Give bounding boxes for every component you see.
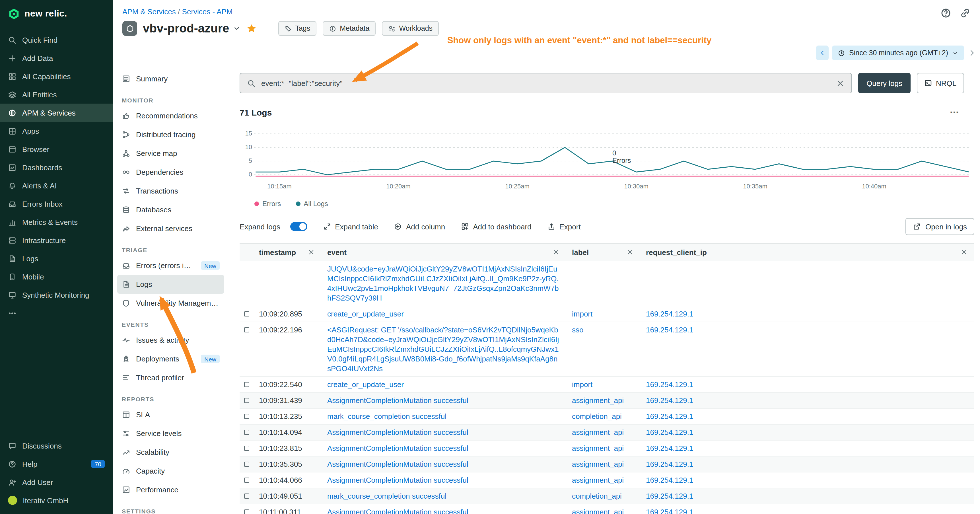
log-event-link[interactable]: mark_course_completion successful	[327, 412, 447, 421]
log-label-link[interactable]: assignment_api	[572, 444, 624, 452]
entity-nav-item-recommendations[interactable]: Recommendations	[117, 107, 224, 125]
legend-item-all-logs[interactable]: All Logs	[296, 200, 328, 208]
row-checkbox[interactable]	[244, 311, 249, 317]
clear-query-icon[interactable]	[836, 79, 845, 88]
row-checkbox[interactable]	[244, 477, 249, 483]
sidebar-more[interactable]	[0, 304, 113, 322]
sidebar-item-alerts-ai[interactable]: Alerts & AI	[0, 177, 113, 195]
sidebar-item-mobile[interactable]: Mobile	[0, 267, 113, 286]
sidebar-item-metrics-events[interactable]: Metrics & Events	[0, 213, 113, 231]
row-checkbox[interactable]	[244, 509, 249, 514]
sidebar-item-dashboards[interactable]: Dashboards	[0, 158, 113, 177]
sidebar-item-synthetic-monitoring[interactable]: Synthetic Monitoring	[0, 286, 113, 304]
row-checkbox[interactable]	[244, 382, 249, 387]
toggle-on[interactable]	[290, 222, 307, 231]
log-event-link[interactable]: AssignmentCompletionMutation successful	[327, 396, 468, 405]
log-row[interactable]: 10:10:44.066 AssignmentCompletionMutatio…	[240, 473, 974, 489]
log-row[interactable]: 10:09:20.895 create_or_update_user impor…	[240, 306, 974, 322]
log-ip-link[interactable]: 169.254.129.1	[646, 310, 693, 318]
log-row[interactable]: 10:10:13.235 mark_course_completion succ…	[240, 409, 974, 425]
row-checkbox[interactable]	[244, 414, 249, 419]
log-label-link[interactable]: assignment_api	[572, 396, 624, 405]
tags-button[interactable]: Tags	[278, 21, 317, 36]
log-event-link[interactable]: create_or_update_user	[327, 310, 404, 318]
row-checkbox[interactable]	[244, 493, 249, 499]
log-row[interactable]: 10:09:22.196 <ASGIRequest: GET '/sso/cal…	[240, 322, 974, 377]
sidebar-item-browser[interactable]: Browser	[0, 140, 113, 158]
log-row[interactable]: 10:10:23.815 AssignmentCompletionMutatio…	[240, 441, 974, 457]
remove-column-icon[interactable]	[627, 249, 633, 256]
log-ip-link[interactable]: 169.254.129.1	[646, 428, 693, 437]
entity-nav-item-thread-profiler[interactable]: Thread profiler	[117, 368, 224, 387]
permalink-icon[interactable]	[959, 7, 971, 19]
log-label-link[interactable]: completion_api	[572, 412, 622, 421]
log-row[interactable]: 10:09:22.540 create_or_update_user impor…	[240, 377, 974, 393]
export-button[interactable]: Export	[547, 222, 581, 231]
breadcrumb-link-apm-services[interactable]: APM & Services	[123, 7, 176, 16]
sidebar-item-add-data[interactable]: Add Data	[0, 49, 113, 67]
entity-switcher-chevron-icon[interactable]	[232, 24, 240, 32]
log-ip-link[interactable]: 169.254.129.1	[646, 326, 693, 334]
log-event-link[interactable]: <ASGIRequest: GET '/sso/callback/?state=…	[327, 326, 559, 373]
time-picker[interactable]: Since 30 minutes ago (GMT+2)	[832, 46, 964, 60]
log-row[interactable]: 10:10:35.305 AssignmentCompletionMutatio…	[240, 457, 974, 473]
workloads-button[interactable]: Workloads	[382, 21, 439, 36]
entity-nav-item-sla[interactable]: SLA	[117, 405, 224, 424]
row-checkbox[interactable]	[244, 461, 249, 467]
log-ip-link[interactable]: 169.254.129.1	[646, 396, 693, 405]
log-label-link[interactable]: assignment_api	[572, 428, 624, 437]
log-ip-link[interactable]: 169.254.129.1	[646, 412, 693, 421]
row-checkbox[interactable]	[244, 398, 249, 403]
help-circle-icon[interactable]	[940, 7, 951, 19]
log-ip-link[interactable]: 169.254.129.1	[646, 380, 693, 389]
query-logs-button[interactable]: Query logs	[858, 73, 910, 93]
sidebar-item-all-capabilities[interactable]: All Capabilities	[0, 67, 113, 85]
logs-query-input[interactable]: event:* -"label":"security"	[240, 73, 852, 93]
log-row[interactable]: 10:09:31.439 AssignmentCompletionMutatio…	[240, 393, 974, 409]
log-event-link[interactable]: mark_course_completion successful	[327, 492, 447, 500]
log-ip-link[interactable]: 169.254.129.1	[646, 492, 693, 500]
log-ip-link[interactable]: 169.254.129.1	[646, 460, 693, 468]
sidebar-item-quick-find[interactable]: Quick Find	[0, 31, 113, 49]
remove-column-icon[interactable]	[961, 249, 967, 256]
sidebar-item-discussions[interactable]: Discussions	[0, 437, 113, 455]
row-checkbox[interactable]	[244, 430, 249, 435]
sidebar-item-infrastructure[interactable]: Infrastructure	[0, 231, 113, 249]
breadcrumb-link-services-apm[interactable]: Services - APM	[182, 7, 233, 16]
entity-nav-item-summary[interactable]: Summary	[117, 70, 224, 88]
chart-menu-button[interactable]: ⋯	[950, 107, 959, 118]
expand-table-button[interactable]: Expand table	[323, 222, 378, 231]
log-event-link[interactable]: create_or_update_user	[327, 380, 404, 389]
log-row[interactable]: 10:10:14.094 AssignmentCompletionMutatio…	[240, 425, 974, 441]
entity-nav-item-service-map[interactable]: Service map	[117, 144, 224, 163]
log-event-link[interactable]: AssignmentCompletionMutation successful	[327, 428, 468, 437]
entity-nav-item-external-services[interactable]: External services	[117, 219, 224, 238]
entity-nav-item-transactions[interactable]: Transactions	[117, 181, 224, 201]
log-ip-link[interactable]: 169.254.129.1	[646, 476, 693, 484]
entity-nav-item-errors-inbox[interactable]: Errors (errors inb...New	[117, 256, 224, 275]
remove-column-icon[interactable]	[308, 249, 315, 256]
sidebar-item-errors-inbox[interactable]: Errors Inbox	[0, 195, 113, 213]
entity-nav-item-logs[interactable]: Logs	[117, 275, 224, 294]
log-event-link[interactable]: AssignmentCompletionMutation successful	[327, 444, 468, 452]
add-to-dashboard-button[interactable]: Add to dashboard	[461, 222, 531, 231]
nrql-button[interactable]: NRQL	[917, 73, 964, 93]
time-back-button[interactable]	[816, 46, 829, 60]
entity-nav-item-capacity[interactable]: Capacity	[117, 461, 224, 481]
metadata-button[interactable]: Metadata	[323, 21, 375, 36]
entity-nav-item-service-levels[interactable]: Service levels	[117, 424, 224, 443]
sidebar-item-logs[interactable]: Logs	[0, 249, 113, 267]
log-label-link[interactable]: import	[572, 380, 592, 389]
newrelic-logo[interactable]: new relic.	[0, 0, 113, 27]
log-event-link[interactable]: AssignmentCompletionMutation successful	[327, 508, 468, 514]
entity-nav-item-deployments[interactable]: DeploymentsNew	[117, 350, 224, 368]
remove-column-icon[interactable]	[553, 249, 560, 256]
entity-nav-item-scalability[interactable]: Scalability	[117, 443, 224, 461]
entity-nav-item-dependencies[interactable]: Dependencies	[117, 163, 224, 181]
log-label-link[interactable]: import	[572, 310, 592, 318]
log-ip-link[interactable]: 169.254.129.1	[646, 444, 693, 452]
log-event-link[interactable]: AssignmentCompletionMutation successful	[327, 476, 468, 484]
sidebar-item-account[interactable]: Iterativ GmbH	[0, 491, 113, 509]
open-in-logs-button[interactable]: Open in logs	[905, 218, 974, 235]
log-event-link[interactable]: AssignmentCompletionMutation successful	[327, 460, 468, 468]
